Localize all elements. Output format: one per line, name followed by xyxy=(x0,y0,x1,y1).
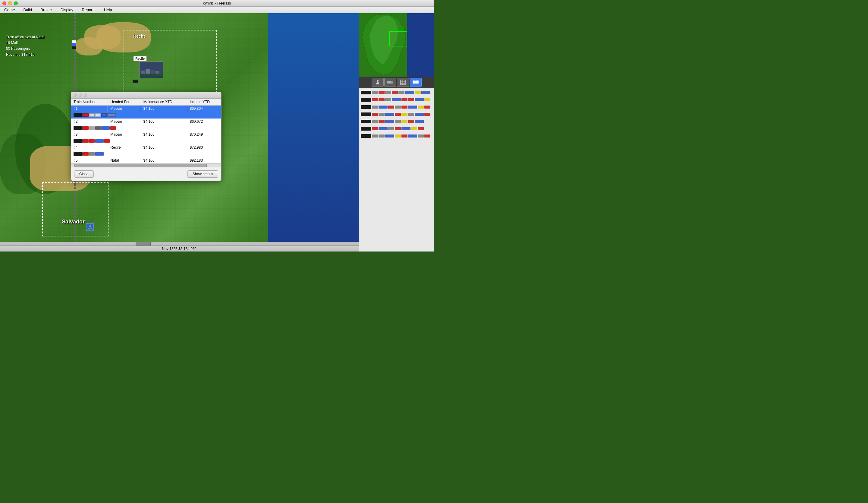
close-button[interactable]: Close xyxy=(74,171,94,178)
toolbar-train-list-btn[interactable] xyxy=(410,78,422,87)
svg-rect-29 xyxy=(399,91,404,94)
close-window-button[interactable] xyxy=(2,1,6,5)
train-sprite-cell-3 xyxy=(71,137,221,144)
train-notification: Train #5 arrives at Natal 19 Mail 80 Pas… xyxy=(6,34,45,58)
train-sprite-row-2[interactable] xyxy=(71,124,221,132)
svg-rect-83 xyxy=(418,134,424,137)
table-row[interactable]: #1 Maceio $4,166 $69,804 xyxy=(71,105,221,112)
train-sprite-2 xyxy=(361,97,432,102)
minimize-window-button[interactable] xyxy=(8,1,12,5)
train-destination-4: Recife xyxy=(108,144,141,151)
train-sprite-ref-row-6 xyxy=(360,126,433,132)
bottom-scrollbar[interactable] xyxy=(0,242,359,245)
train-car-white-1 xyxy=(72,40,76,43)
train-sprite-row-4[interactable] xyxy=(71,151,221,157)
scroll-thumb[interactable] xyxy=(136,242,151,245)
train-number-2: #2 xyxy=(71,119,108,124)
svg-rect-52 xyxy=(372,113,378,116)
menu-bar: Game Build Broker Display Reports Help xyxy=(0,7,434,13)
train-sprite-ref-row-5 xyxy=(360,119,433,124)
svg-rect-28 xyxy=(392,91,398,94)
svg-rect-36 xyxy=(385,98,391,101)
person-icon xyxy=(375,79,381,85)
svg-rect-77 xyxy=(372,134,378,137)
train-sprite-row-3[interactable] xyxy=(71,137,221,144)
dialog-max-btn[interactable] xyxy=(84,93,87,97)
svg-rect-18 xyxy=(401,80,405,85)
svg-rect-48 xyxy=(408,105,417,109)
dialog-title-bar[interactable] xyxy=(71,92,221,99)
train-destination-1: Maceio xyxy=(108,105,141,112)
hscroll-thumb[interactable] xyxy=(74,164,207,167)
col-maintenance: Maintenance YTD xyxy=(141,99,187,105)
mini-map-viewport[interactable] xyxy=(389,31,407,47)
dialog-horizontal-scrollbar[interactable] xyxy=(71,163,221,167)
dialog-min-btn[interactable] xyxy=(79,93,82,97)
main-container: Train #5 arrives at Natal 19 Mail 80 Pas… xyxy=(0,13,434,252)
table-header-row: Train Number Headed For Maintenance YTD … xyxy=(71,99,221,105)
table-row[interactable]: #2 Maceio $4,166 $60,672 xyxy=(71,119,221,124)
svg-rect-47 xyxy=(402,105,407,109)
toolbar-build-btn[interactable] xyxy=(372,78,384,87)
train-income-5: $92,183 xyxy=(187,157,221,163)
svg-rect-20 xyxy=(416,81,418,82)
svg-rect-61 xyxy=(372,120,378,123)
train-sprite-row-1[interactable] xyxy=(71,112,221,119)
toolbar-map-btn[interactable] xyxy=(397,78,409,87)
train-list-icon xyxy=(413,80,418,85)
train-sprite-3 xyxy=(361,105,432,110)
svg-rect-73 xyxy=(402,127,411,130)
svg-rect-56 xyxy=(402,113,407,116)
svg-rect-84 xyxy=(424,134,431,137)
dialog-close-btn[interactable] xyxy=(74,93,77,97)
svg-rect-82 xyxy=(408,134,417,137)
svg-rect-27 xyxy=(385,91,391,94)
train-income-3: $70,249 xyxy=(187,132,221,137)
svg-rect-44 xyxy=(379,105,388,109)
svg-rect-24 xyxy=(361,91,371,94)
toolbar-train-btn[interactable] xyxy=(384,78,396,87)
svg-rect-43 xyxy=(372,105,378,109)
show-details-button[interactable]: Show details xyxy=(187,171,218,178)
maximize-window-button[interactable] xyxy=(14,1,18,5)
svg-rect-74 xyxy=(411,127,417,130)
table-row[interactable]: #5 Natal $4,166 $92,183 xyxy=(71,157,221,163)
side-panel xyxy=(359,13,434,252)
mini-map[interactable] xyxy=(359,13,434,76)
window-title: cymric - Freerails xyxy=(203,1,231,6)
ocean-area xyxy=(268,13,359,252)
svg-rect-37 xyxy=(392,98,401,101)
svg-point-10 xyxy=(377,80,379,82)
svg-rect-57 xyxy=(408,113,414,116)
menu-display[interactable]: Display xyxy=(59,8,75,12)
table-row[interactable]: #3 Maceio $4,166 $70,249 xyxy=(71,132,221,137)
status-bar: Nov 1853 $5,134,962 xyxy=(0,245,359,252)
svg-rect-78 xyxy=(379,134,384,137)
svg-point-17 xyxy=(392,83,393,84)
svg-rect-71 xyxy=(388,127,394,130)
train-icon xyxy=(387,80,393,85)
svg-rect-34 xyxy=(372,98,378,101)
menu-reports[interactable]: Reports xyxy=(80,8,97,12)
svg-rect-79 xyxy=(385,134,394,137)
svg-rect-14 xyxy=(387,81,391,83)
svg-rect-39 xyxy=(408,98,414,101)
train-maintenance-3: $4,166 xyxy=(141,132,187,137)
train-sprite-ref-row-4 xyxy=(360,111,433,117)
menu-build[interactable]: Build xyxy=(21,8,34,12)
train-destination-2: Maceio xyxy=(108,119,141,124)
svg-point-23 xyxy=(414,83,416,84)
menu-broker[interactable]: Broker xyxy=(39,8,54,12)
svg-rect-62 xyxy=(379,120,384,123)
train-engine-1 xyxy=(72,47,76,49)
menu-game[interactable]: Game xyxy=(2,8,17,12)
svg-rect-26 xyxy=(379,91,384,94)
map-icon xyxy=(400,79,406,85)
train-maintenance-5: $4,166 xyxy=(141,157,187,163)
table-row[interactable]: #4 Recife $4,166 $72,980 xyxy=(71,144,221,151)
game-map[interactable]: Train #5 arrives at Natal 19 Mail 80 Pas… xyxy=(0,13,359,252)
train-sprite-ref-row-2 xyxy=(360,97,433,103)
col-income: Income YTD xyxy=(187,99,221,105)
menu-help[interactable]: Help xyxy=(102,8,114,12)
train-maintenance-1: $4,166 xyxy=(141,105,187,112)
